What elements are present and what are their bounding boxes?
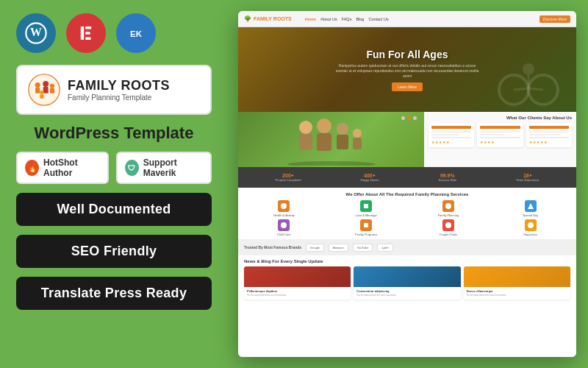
nav-about[interactable]: About Us	[320, 17, 337, 21]
testimonials-title: What Our Clients Say About Us	[429, 116, 572, 120]
stat-label-projects: Projects Completed	[276, 178, 301, 182]
svg-rect-26	[299, 134, 312, 150]
service-icon-2	[360, 200, 372, 212]
card-lines-1	[431, 131, 471, 138]
svg-marker-37	[528, 203, 534, 209]
stat-num-success: 99.9%	[438, 173, 456, 178]
stat-label-clients: Happy Clients	[361, 178, 379, 182]
hotshot-badge: 🔥 HotShot Author	[16, 152, 109, 184]
dot-3	[413, 116, 417, 120]
testimonial-cards: ★ ★ ★ ★ ★	[429, 123, 572, 147]
blog-title: News & Blog For Every Single Update	[244, 259, 570, 263]
service-5: Child Care	[244, 219, 324, 236]
service-icon-8	[525, 219, 537, 231]
blog-card-title-3: Donec ullamcorper	[467, 289, 567, 293]
line	[529, 131, 569, 132]
line	[529, 134, 561, 135]
nav-faqs[interactable]: FAQs	[342, 17, 352, 21]
service-icon-5	[278, 219, 290, 231]
svg-rect-12	[35, 88, 40, 93]
mock-hero-subtitle: Remperlus autom quidusciam at out offici…	[334, 63, 481, 79]
stars-1: ★ ★ ★ ★ ★	[431, 140, 471, 144]
blog-card-2: Consectetur adipiscing Far far away behi…	[354, 266, 460, 300]
nav-home[interactable]: Home	[305, 17, 316, 21]
testimonial-card-2: ★ ★ ★ ★	[477, 123, 523, 147]
star: ★	[480, 140, 483, 144]
service-7: Couple Goals	[409, 219, 489, 236]
svg-point-15	[50, 84, 54, 88]
svg-rect-5	[85, 26, 91, 29]
star: ★	[533, 140, 536, 144]
blog-card-text-1: Far far away behind the word mountains	[247, 294, 348, 297]
svg-point-40	[445, 222, 451, 228]
stat-num-years: 18+	[516, 173, 539, 178]
svg-point-21	[523, 63, 534, 75]
svg-rect-16	[50, 88, 54, 93]
dot-1	[401, 116, 405, 120]
service-label-7: Couple Goals	[440, 233, 457, 236]
star: ★	[537, 140, 539, 144]
mock-nav-cta[interactable]: Discover More	[539, 15, 570, 23]
star: ★	[435, 140, 438, 144]
blog-content-2: Consectetur adipiscing Far far away behi…	[354, 287, 460, 300]
svg-rect-32	[353, 138, 362, 149]
support-badge: 🛡 Support Maverik	[116, 152, 212, 184]
blog-card-title-1: Pellentesque dapibus	[247, 289, 348, 293]
testimonial-card-1: ★ ★ ★ ★ ★	[429, 123, 474, 147]
service-6: Family Programs	[326, 219, 406, 236]
service-label-3: Family Planning	[438, 213, 459, 217]
seo-friendly-btn[interactable]: SEO Friendly	[16, 235, 212, 268]
hotshot-icon: 🔥	[25, 160, 39, 176]
blog-card-1: Pellentesque dapibus Far far away behind…	[244, 266, 351, 300]
service-2: Love & Marriage	[326, 200, 406, 217]
stat-label-success: Success Rate	[438, 178, 456, 182]
svg-point-11	[35, 82, 40, 88]
testimonials-section: What Our Clients Say About Us ★ ★ ★	[424, 112, 576, 167]
mock-nav-links: Home About Us FAQs Blog Contact Us	[305, 17, 389, 21]
hotshot-label: HotShot Author	[43, 158, 100, 178]
elementor-icon	[66, 13, 106, 53]
mock-brand-name: FAMILY ROOTS	[254, 16, 292, 21]
service-icon-3	[442, 200, 454, 212]
blog-img-1	[244, 266, 351, 287]
wp-template-label: WordPress Template	[16, 124, 212, 143]
svg-rect-39	[364, 223, 368, 227]
stat-success: 99.9% Success Rate	[438, 173, 456, 182]
service-8: Happiness	[490, 219, 570, 236]
mock-navbar: 🌳 FAMILY ROOTS Home About Us FAQs Blog C…	[238, 11, 576, 27]
stats-bar: 200+ Projects Completed 400+ Happy Clien…	[238, 167, 576, 188]
mock-brand: 🌳 FAMILY ROOTS	[244, 15, 292, 22]
star: ★	[439, 140, 442, 144]
stat-years: 18+ Years Experience	[516, 173, 539, 182]
svg-rect-30	[337, 135, 348, 149]
services-grid: Health & Activity Love & Marriage Family…	[244, 200, 570, 236]
blog-cards: Pellentesque dapibus Far far away behind…	[244, 266, 570, 300]
star: ★	[544, 140, 547, 144]
service-icon-7	[442, 219, 454, 231]
mock-hero-title: Fun For All Ages	[367, 49, 448, 60]
mock-hero-cta[interactable]: Learn More	[392, 82, 423, 91]
badge-row: 🔥 HotShot Author 🛡 Support Maverik	[16, 152, 212, 184]
star: ★	[529, 140, 532, 144]
trusted-section: Trusted By Most Famous Brands Google Ama…	[238, 239, 576, 255]
svg-point-36	[445, 203, 451, 209]
service-icon-6	[360, 219, 372, 231]
nav-blog[interactable]: Blog	[356, 17, 364, 21]
service-label-6: Family Programs	[355, 233, 377, 236]
trusted-logo-google: Google	[306, 244, 324, 252]
trusted-logo-youtube: YouTube	[353, 244, 373, 252]
line	[480, 134, 504, 135]
translate-press-btn[interactable]: Translate Press Ready	[16, 277, 212, 310]
stat-clients: 400+ Happy Clients	[361, 173, 379, 182]
svg-point-34	[281, 203, 287, 209]
service-icon-1	[278, 200, 290, 212]
star: ★	[446, 140, 449, 144]
website-mockup: 🌳 FAMILY ROOTS Home About Us FAQs Blog C…	[238, 11, 576, 357]
svg-text:W: W	[30, 26, 42, 38]
blog-img-2	[354, 266, 460, 287]
card-bar-3	[529, 126, 569, 129]
support-label: Support Maverik	[143, 158, 203, 178]
nav-contact[interactable]: Contact Us	[368, 17, 388, 21]
blog-img-3	[464, 266, 570, 287]
well-documented-btn[interactable]: Well Documented	[16, 193, 212, 226]
